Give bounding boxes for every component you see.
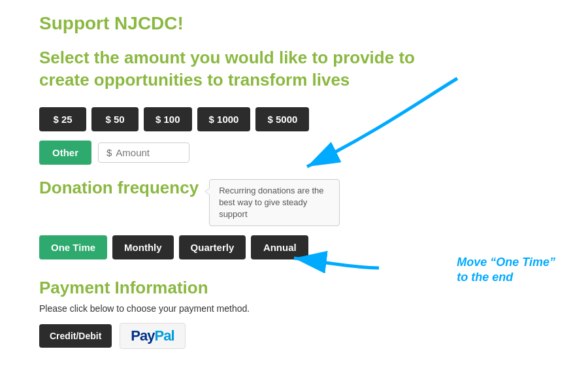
- dollar-sign: $: [106, 147, 112, 158]
- freq-btn-quarterly[interactable]: Quarterly: [179, 235, 246, 259]
- amount-input[interactable]: [116, 147, 181, 158]
- amount-input-wrap: $: [98, 142, 189, 163]
- move-annotation: Move “One Time” to the end: [457, 255, 555, 286]
- amount-buttons-group: $ 25 $ 50 $ 100 $ 1000 $ 5000: [39, 107, 549, 131]
- donation-freq-section: Donation frequency Recurring donations a…: [39, 178, 549, 260]
- paypal-pay-text: Pay: [131, 327, 154, 344]
- freq-row: Donation frequency Recurring donations a…: [39, 178, 549, 227]
- amount-btn-50[interactable]: $ 50: [91, 107, 139, 131]
- payment-section: Payment Information Please click below t…: [39, 278, 549, 349]
- support-title: Support NJCDC!: [39, 13, 549, 34]
- paypal-logo: PayPal: [131, 327, 174, 344]
- paypal-pal-text: Pal: [155, 327, 174, 344]
- amount-btn-100[interactable]: $ 100: [144, 107, 192, 131]
- other-row: Other $: [39, 141, 549, 165]
- credit-debit-button[interactable]: Credit/Debit: [39, 324, 112, 348]
- paypal-button[interactable]: PayPal: [120, 323, 185, 349]
- freq-title: Donation frequency: [39, 178, 199, 198]
- amount-btn-25[interactable]: $ 25: [39, 107, 86, 131]
- payment-subtitle: Please click below to choose your paymen…: [39, 303, 549, 314]
- freq-tooltip: Recurring donations are the best way to …: [209, 179, 340, 227]
- payment-buttons: Credit/Debit PayPal: [39, 323, 549, 349]
- amount-btn-1000[interactable]: $ 1000: [197, 107, 251, 131]
- select-heading: Select the amount you would like to prov…: [39, 47, 444, 92]
- freq-btn-onetime[interactable]: One Time: [39, 235, 107, 259]
- freq-btn-annual[interactable]: Annual: [251, 235, 308, 259]
- amount-btn-5000[interactable]: $ 5000: [255, 107, 309, 131]
- other-button[interactable]: Other: [39, 141, 91, 165]
- freq-btn-monthly[interactable]: Monthly: [112, 235, 174, 259]
